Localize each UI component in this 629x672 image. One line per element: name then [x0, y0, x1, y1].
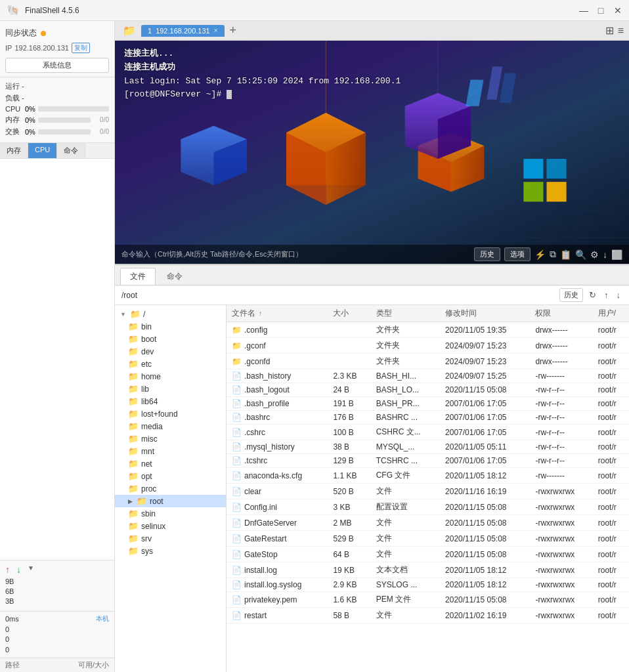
- copy-terminal-icon[interactable]: ⧉: [550, 249, 556, 260]
- cell-modified: 2020/11/15 05:08: [440, 547, 530, 562]
- tree-item-mnt[interactable]: 📁 mnt: [115, 445, 226, 457]
- tree-item-etc[interactable]: 📁 etc: [115, 358, 226, 370]
- sys-info-button[interactable]: 系统信息: [5, 58, 109, 73]
- cell-modified: 2020/11/05 18:12: [440, 468, 530, 484]
- net-values: 9B 6B 3B: [5, 577, 109, 607]
- history-button[interactable]: 历史: [474, 247, 500, 261]
- tab-command[interactable]: 命令: [57, 143, 85, 158]
- col-user[interactable]: 用户/: [593, 305, 629, 322]
- tree-item-srv[interactable]: 📁 srv: [115, 532, 226, 545]
- col-permissions[interactable]: 权限: [530, 305, 592, 322]
- tree-item-net[interactable]: 📁 net: [115, 457, 226, 470]
- file-history-button[interactable]: 历史: [559, 288, 583, 302]
- cell-size: 2 MB: [328, 515, 370, 531]
- folder-button[interactable]: 📁: [120, 23, 139, 38]
- terminal-output: 连接主机... 连接主机成功 Last login: Sat Sep 7 15:…: [124, 47, 620, 102]
- app-title: FinalShell 4.5.6: [25, 6, 79, 15]
- ip-address: 192.168.200.131: [14, 44, 69, 52]
- sync-status: 同步状态: [5, 25, 109, 41]
- tree-item-lost-found[interactable]: 📁 lost+found: [115, 408, 226, 420]
- table-row[interactable]: 📄install.log 19 KB 文本文档 2020/11/05 18:12…: [227, 562, 629, 578]
- cpu-bar-container: 0%: [25, 105, 109, 113]
- tree-item-opt[interactable]: 📁 opt: [115, 470, 226, 482]
- options-button[interactable]: 选项: [504, 247, 531, 261]
- upload-button[interactable]: ↑: [602, 289, 611, 301]
- grid-view-icon[interactable]: ⊞: [605, 24, 614, 37]
- terminal-area[interactable]: 连接主机... 连接主机成功 Last login: Sat Sep 7 15:…: [115, 41, 629, 264]
- table-row[interactable]: 📄GateRestart 529 B 文件 2020/11/15 05:08 -…: [227, 531, 629, 547]
- cell-type: 配置设置: [371, 499, 440, 515]
- folder-icon: 📁: [128, 484, 139, 494]
- tree-item-boot[interactable]: 📁 boot: [115, 333, 226, 345]
- paste-icon[interactable]: 📋: [560, 249, 571, 260]
- download-icon[interactable]: ↓: [603, 249, 607, 260]
- tree-item-home[interactable]: 📁 home: [115, 370, 226, 383]
- close-button[interactable]: ✕: [613, 6, 622, 15]
- table-row[interactable]: 📄GateStop 64 B 文件 2020/11/15 05:08 -rwxr…: [227, 547, 629, 562]
- tab-index: 1: [148, 27, 152, 35]
- tree-item-media[interactable]: 📁 media: [115, 420, 226, 432]
- tab-files[interactable]: 文件: [120, 268, 156, 285]
- cell-modified: 2020/11/02 16:19: [440, 608, 530, 623]
- tab-memory[interactable]: 内存: [0, 143, 28, 158]
- menu-icon[interactable]: ≡: [618, 25, 624, 37]
- cell-modified: 2024/09/07 15:25: [440, 369, 530, 383]
- terminal-toolbar: 历史 选项 ⚡ ⧉ 📋 🔍 ⚙ ↓ ⬜: [474, 247, 622, 261]
- table-row[interactable]: 📄Config.ini 3 KB 配置设置 2020/11/15 05:08 -…: [227, 499, 629, 515]
- network-dropdown-icon[interactable]: ▼: [28, 564, 34, 575]
- tree-item-root[interactable]: ▶ 📁 root: [115, 495, 226, 507]
- table-row[interactable]: 📁.config 文件夹 2020/11/05 19:35 drwx------…: [227, 322, 629, 338]
- tab-close-button[interactable]: ×: [214, 27, 218, 34]
- col-type[interactable]: 类型: [371, 305, 440, 322]
- tab-cpu[interactable]: CPU: [28, 143, 57, 158]
- search-terminal-icon[interactable]: 🔍: [575, 249, 586, 260]
- tree-item-sbin[interactable]: 📁 sbin: [115, 507, 226, 520]
- tree-item-proc[interactable]: 📁 proc: [115, 482, 226, 495]
- tree-item-sys[interactable]: 📁 sys: [115, 545, 226, 557]
- table-row[interactable]: 📁.gconfd 文件夹 2024/09/07 15:23 drwx------…: [227, 354, 629, 369]
- settings-icon[interactable]: ⚙: [590, 249, 599, 260]
- table-row[interactable]: 📄restart 58 B 文件 2020/11/02 16:19 -rwxrw…: [227, 608, 629, 623]
- tree-item-root[interactable]: 📁 /: [115, 308, 226, 320]
- tree-item-selinux[interactable]: 📁 selinux: [115, 520, 226, 532]
- tab-commands[interactable]: 命令: [157, 268, 192, 285]
- table-row[interactable]: 📄anaconda-ks.cfg 1.1 KB CFG 文件 2020/11/0…: [227, 468, 629, 484]
- tree-item-lib[interactable]: 📁 lib: [115, 383, 226, 395]
- cell-modified: 2007/01/06 17:05: [440, 425, 530, 440]
- app-icon: 🐚: [7, 4, 20, 16]
- download-file-button[interactable]: ↓: [615, 289, 623, 301]
- refresh-button[interactable]: ↻: [587, 289, 598, 301]
- col-size[interactable]: 大小: [328, 305, 370, 322]
- table-row[interactable]: 📄.bash_logout 24 B BASH_LO... 2020/11/15…: [227, 383, 629, 397]
- tree-item-misc[interactable]: 📁 misc: [115, 432, 226, 445]
- cell-modified: 2007/01/06 17:05: [440, 411, 530, 425]
- tree-item-bin[interactable]: 📁 bin: [115, 320, 226, 333]
- table-row[interactable]: 📄.bash_history 2.3 KB BASH_HI... 2024/09…: [227, 369, 629, 383]
- table-row[interactable]: 📄privatekey.pem 1.6 KB PEM 文件 2020/11/15…: [227, 592, 629, 608]
- table-row[interactable]: 📄.bash_profile 191 B BASH_PR... 2007/01/…: [227, 397, 629, 411]
- table-row[interactable]: 📄DnfGateServer 2 MB 文件 2020/11/15 05:08 …: [227, 515, 629, 531]
- tree-item-dev[interactable]: 📁 dev: [115, 345, 226, 358]
- local-link[interactable]: 本机: [96, 614, 109, 623]
- table-row[interactable]: 📄.bashrc 176 B BASHRC ... 2007/01/06 17:…: [227, 411, 629, 425]
- active-tab[interactable]: 1 192.168.200.131 ×: [141, 25, 225, 37]
- fullscreen-icon[interactable]: ⬜: [611, 249, 622, 260]
- table-row[interactable]: 📄install.log.syslog 2.9 KB SYSLOG ... 20…: [227, 578, 629, 592]
- copy-button[interactable]: 复制: [72, 43, 90, 53]
- table-row[interactable]: 📄.mysql_history 38 B MYSQL_... 2020/11/0…: [227, 440, 629, 454]
- table-row[interactable]: 📄clear 520 B 文件 2020/11/16 16:19 -rwxrwx…: [227, 484, 629, 499]
- table-row[interactable]: 📁.gconf 文件夹 2024/09/07 15:23 drwx------ …: [227, 338, 629, 354]
- maximize-button[interactable]: □: [596, 6, 605, 15]
- lightning-icon[interactable]: ⚡: [534, 249, 546, 260]
- cell-filename: 📁.gconf: [227, 338, 328, 354]
- table-row[interactable]: 📄.cshrc 100 B CSHRC 文... 2007/01/06 17:0…: [227, 425, 629, 440]
- col-modified[interactable]: 修改时间: [440, 305, 530, 322]
- tree-item-lib64[interactable]: 📁 lib64: [115, 395, 226, 408]
- col-filename[interactable]: 文件名 ↑: [227, 305, 328, 322]
- minimize-button[interactable]: —: [579, 6, 588, 15]
- table-row[interactable]: 📄.tcshrc 129 B TCSHRC ... 2007/01/06 17:…: [227, 454, 629, 468]
- cell-permissions: drwx------: [530, 322, 592, 338]
- add-tab-button[interactable]: +: [227, 24, 240, 37]
- folder-icon: 📁: [128, 521, 139, 531]
- folder-icon: 📁: [128, 396, 139, 406]
